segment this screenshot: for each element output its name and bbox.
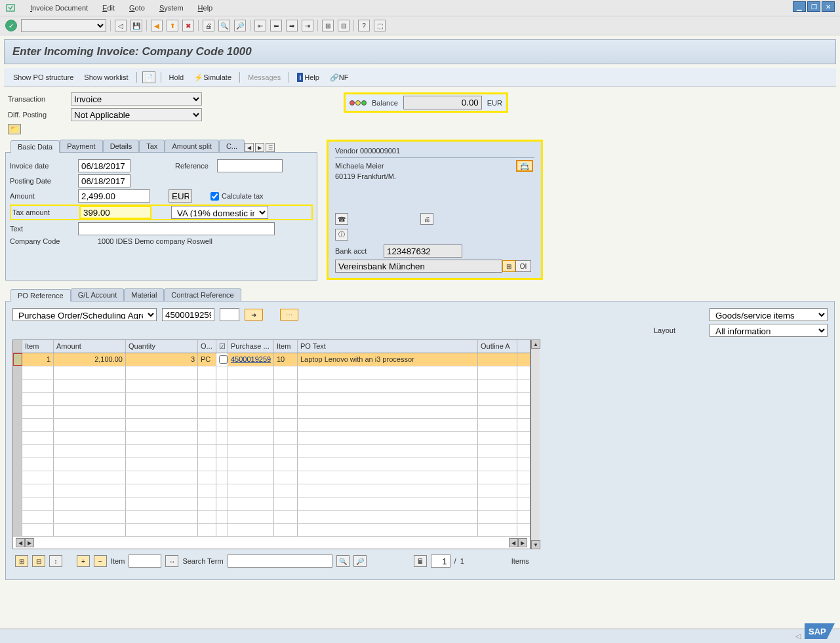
maximize-button[interactable]: ❐ bbox=[807, 1, 820, 12]
cell-check[interactable] bbox=[216, 353, 228, 366]
save-icon[interactable]: 💾 bbox=[130, 20, 142, 31]
tax-amount-input[interactable] bbox=[79, 206, 151, 219]
minimize-button[interactable]: ▁ bbox=[793, 1, 806, 12]
folder-icon[interactable]: 📁 bbox=[8, 124, 21, 134]
other-document-icon[interactable]: 📄 bbox=[142, 71, 155, 83]
tab-list-icon[interactable]: ☰ bbox=[266, 143, 275, 152]
vendor-info-icon[interactable]: ⓘ bbox=[335, 229, 348, 241]
diff-posting-select[interactable]: Not Applicable bbox=[71, 108, 202, 121]
insert-row-icon[interactable]: + bbox=[77, 555, 90, 567]
col-po-item[interactable]: Item bbox=[274, 340, 298, 353]
nf-button[interactable]: 🔗NF bbox=[327, 72, 351, 83]
table-row[interactable]: 1 2,100.00 3 PC 4500019259 10 Laptop Len… bbox=[13, 353, 530, 366]
layout-icon[interactable]: ⬚ bbox=[374, 20, 386, 31]
menu-system[interactable]: System bbox=[157, 3, 186, 13]
first-page-icon[interactable]: ⇤ bbox=[254, 20, 266, 31]
tab-gl-account[interactable]: G/L Account bbox=[71, 288, 125, 301]
grid-vscroll[interactable]: ▲ ▼ bbox=[530, 340, 540, 549]
tab-details[interactable]: Details bbox=[103, 140, 140, 152]
menu-invoice-document[interactable]: Invoice Document bbox=[28, 3, 90, 13]
show-worklist-button[interactable]: Show worklist bbox=[81, 72, 130, 83]
vendor-display-icon[interactable]: 📇 bbox=[516, 160, 533, 172]
grid-scroll-right-icon[interactable]: ▶ bbox=[25, 538, 34, 547]
col-purchase[interactable]: Purchase ... bbox=[228, 340, 274, 353]
help-button[interactable]: iHelp bbox=[294, 72, 322, 83]
help-icon[interactable]: ? bbox=[358, 20, 370, 31]
find-next-icon[interactable]: 🔎 bbox=[234, 20, 246, 31]
col-amount[interactable]: Amount bbox=[54, 340, 126, 353]
po-more-icon[interactable]: ⋯ bbox=[280, 309, 298, 321]
vendor-phone-icon[interactable]: ☎ bbox=[335, 213, 348, 225]
tab-payment[interactable]: Payment bbox=[60, 140, 102, 152]
menu-help[interactable]: Help bbox=[195, 3, 216, 13]
position-icon[interactable]: ↔ bbox=[165, 555, 178, 567]
search-next-icon[interactable]: 🔎 bbox=[353, 555, 367, 567]
cell-po-item[interactable]: 10 bbox=[274, 353, 298, 366]
calculator-icon[interactable]: 🖩 bbox=[414, 555, 427, 567]
tab-tax[interactable]: Tax bbox=[139, 140, 165, 152]
last-page-icon[interactable]: ⇥ bbox=[302, 20, 313, 31]
deselect-all-icon[interactable]: ⊟ bbox=[32, 555, 45, 567]
grid-scroll-right2-icon[interactable]: ▶ bbox=[518, 538, 527, 547]
grid-scroll-left2-icon[interactable]: ◀ bbox=[509, 538, 518, 547]
simulate-button[interactable]: ⚡Simulate bbox=[191, 72, 234, 83]
cell-qty[interactable]: 3 bbox=[126, 353, 198, 366]
prev-page-icon[interactable]: ⬅ bbox=[270, 20, 282, 31]
tab-contacts[interactable]: C... bbox=[219, 140, 245, 152]
tab-scroll-left-icon[interactable]: ◀ bbox=[245, 143, 254, 152]
tab-scroll-right-icon[interactable]: ▶ bbox=[255, 143, 264, 152]
menu-goto[interactable]: Goto bbox=[127, 3, 148, 13]
sort-icon[interactable]: ↕ bbox=[49, 555, 62, 567]
open-items-button[interactable]: OI bbox=[515, 260, 531, 272]
col-quantity[interactable]: Quantity bbox=[126, 340, 198, 353]
col-item[interactable]: Item bbox=[22, 340, 54, 353]
enter-icon[interactable]: ✓ bbox=[5, 20, 17, 31]
generate-shortcut-icon[interactable]: ⊟ bbox=[338, 20, 350, 31]
posting-date-input[interactable] bbox=[78, 174, 130, 187]
reference-input[interactable] bbox=[217, 159, 283, 172]
grid-scroll-left-icon[interactable]: ◀ bbox=[16, 538, 25, 547]
calculate-tax-checkbox[interactable] bbox=[210, 192, 219, 201]
tax-code-select[interactable]: VA (19% domestic inpu… bbox=[171, 206, 268, 219]
search-term-input[interactable] bbox=[228, 555, 332, 568]
command-field[interactable] bbox=[21, 19, 106, 32]
find-icon[interactable]: 🔍 bbox=[218, 20, 230, 31]
col-uom[interactable]: O... bbox=[198, 340, 216, 353]
tab-po-reference[interactable]: PO Reference bbox=[10, 289, 71, 302]
layout-select[interactable]: All information bbox=[710, 324, 828, 337]
create-session-icon[interactable]: ⊞ bbox=[322, 20, 334, 31]
po-item-input[interactable] bbox=[220, 308, 239, 321]
cell-po-text[interactable]: Laptop Lenovo with an i3 processor bbox=[298, 353, 478, 366]
po-execute-icon[interactable]: ➜ bbox=[245, 309, 263, 321]
invoice-date-input[interactable] bbox=[78, 159, 130, 172]
tab-amount-split[interactable]: Amount split bbox=[165, 140, 219, 152]
item-input[interactable] bbox=[129, 555, 161, 568]
exit-icon[interactable]: ⬆ bbox=[167, 20, 178, 31]
sap-menu-icon[interactable] bbox=[5, 3, 16, 13]
select-all-icon[interactable]: ⊞ bbox=[15, 555, 28, 567]
show-po-structure-button[interactable]: Show PO structure bbox=[10, 72, 76, 83]
text-input[interactable] bbox=[78, 222, 275, 235]
cancel-icon[interactable]: ✖ bbox=[182, 20, 194, 31]
cell-amount[interactable]: 2,100.00 bbox=[54, 353, 126, 366]
back-yellow-icon[interactable]: ◀ bbox=[151, 20, 163, 31]
bank-detail-icon[interactable]: ⊞ bbox=[502, 260, 515, 272]
back-icon[interactable]: ◁ bbox=[115, 20, 127, 31]
page-current-input[interactable] bbox=[431, 555, 450, 568]
col-outline[interactable]: Outline A bbox=[478, 340, 517, 353]
po-type-select[interactable]: Purchase Order/Scheduling Agreement bbox=[12, 308, 157, 321]
cell-uom[interactable]: PC bbox=[198, 353, 216, 366]
search-icon[interactable]: 🔍 bbox=[336, 555, 350, 567]
close-button[interactable]: ✕ bbox=[822, 1, 835, 12]
cell-item[interactable]: 1 bbox=[22, 353, 54, 366]
col-check[interactable]: ☑ bbox=[216, 340, 228, 353]
next-page-icon[interactable]: ➡ bbox=[286, 20, 298, 31]
tab-contract-reference[interactable]: Contract Reference bbox=[164, 288, 241, 301]
vendor-print-icon[interactable]: 🖨 bbox=[420, 213, 433, 225]
cell-outline[interactable] bbox=[478, 353, 517, 366]
menu-edit[interactable]: Edit bbox=[100, 3, 117, 13]
goods-service-select[interactable]: Goods/service items bbox=[710, 308, 828, 321]
delete-row-icon[interactable]: − bbox=[94, 555, 107, 567]
transaction-select[interactable]: Invoice bbox=[71, 92, 202, 106]
print-icon[interactable]: 🖨 bbox=[203, 20, 214, 31]
